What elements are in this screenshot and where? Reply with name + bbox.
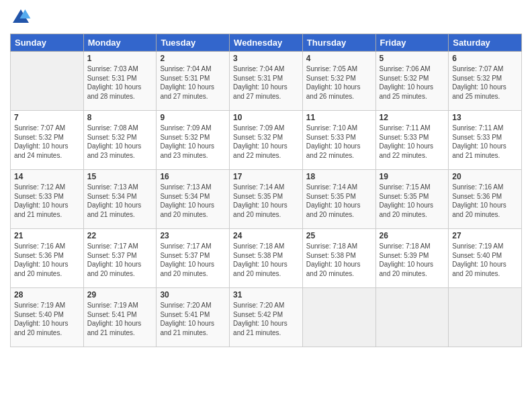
calendar-cell bbox=[11, 52, 84, 111]
calendar-cell: 17Sunrise: 7:14 AMSunset: 5:35 PMDayligh… bbox=[230, 170, 303, 229]
calendar-cell bbox=[449, 288, 522, 347]
cell-content: Sunrise: 7:18 AMSunset: 5:39 PMDaylight:… bbox=[380, 242, 445, 278]
calendar-cell: 22Sunrise: 7:17 AMSunset: 5:37 PMDayligh… bbox=[83, 229, 157, 288]
cell-content: Sunrise: 7:12 AMSunset: 5:33 PMDaylight:… bbox=[14, 183, 80, 219]
cell-content: Sunrise: 7:11 AMSunset: 5:33 PMDaylight:… bbox=[452, 124, 518, 160]
cell-content: Sunrise: 7:19 AMSunset: 5:40 PMDaylight:… bbox=[14, 301, 80, 337]
day-number: 3 bbox=[233, 54, 299, 63]
day-number: 14 bbox=[14, 172, 80, 181]
cell-content: Sunrise: 7:09 AMSunset: 5:32 PMDaylight:… bbox=[160, 124, 226, 160]
day-number: 12 bbox=[380, 113, 445, 122]
day-number: 23 bbox=[160, 231, 226, 240]
day-number: 22 bbox=[87, 231, 153, 240]
calendar-cell: 1Sunrise: 7:03 AMSunset: 5:31 PMDaylight… bbox=[83, 52, 157, 111]
calendar-cell: 23Sunrise: 7:17 AMSunset: 5:37 PMDayligh… bbox=[157, 229, 230, 288]
cell-content: Sunrise: 7:20 AMSunset: 5:41 PMDaylight:… bbox=[160, 301, 226, 337]
calendar-cell: 30Sunrise: 7:20 AMSunset: 5:41 PMDayligh… bbox=[157, 288, 230, 347]
calendar-cell: 25Sunrise: 7:18 AMSunset: 5:38 PMDayligh… bbox=[302, 229, 375, 288]
cell-content: Sunrise: 7:18 AMSunset: 5:38 PMDaylight:… bbox=[306, 242, 372, 278]
cell-content: Sunrise: 7:18 AMSunset: 5:38 PMDaylight:… bbox=[233, 242, 299, 278]
calendar-cell: 11Sunrise: 7:10 AMSunset: 5:33 PMDayligh… bbox=[302, 111, 375, 170]
calendar-cell: 6Sunrise: 7:07 AMSunset: 5:32 PMDaylight… bbox=[449, 52, 522, 111]
cell-content: Sunrise: 7:04 AMSunset: 5:31 PMDaylight:… bbox=[160, 64, 226, 101]
day-header-thursday: Thursday bbox=[302, 34, 375, 52]
calendar-cell: 28Sunrise: 7:19 AMSunset: 5:40 PMDayligh… bbox=[11, 288, 84, 347]
calendar-cell: 31Sunrise: 7:20 AMSunset: 5:42 PMDayligh… bbox=[230, 288, 303, 347]
calendar-cell: 19Sunrise: 7:15 AMSunset: 5:35 PMDayligh… bbox=[375, 170, 449, 229]
calendar-cell: 15Sunrise: 7:13 AMSunset: 5:34 PMDayligh… bbox=[83, 170, 157, 229]
cell-content: Sunrise: 7:19 AMSunset: 5:40 PMDaylight:… bbox=[452, 242, 518, 278]
calendar-cell: 14Sunrise: 7:12 AMSunset: 5:33 PMDayligh… bbox=[11, 170, 84, 229]
cell-content: Sunrise: 7:13 AMSunset: 5:34 PMDaylight:… bbox=[160, 183, 226, 219]
day-number: 11 bbox=[306, 113, 372, 122]
cell-content: Sunrise: 7:16 AMSunset: 5:36 PMDaylight:… bbox=[14, 242, 80, 278]
day-number: 8 bbox=[87, 113, 153, 122]
week-row-4: 21Sunrise: 7:16 AMSunset: 5:36 PMDayligh… bbox=[11, 229, 522, 288]
calendar-body: 1Sunrise: 7:03 AMSunset: 5:31 PMDaylight… bbox=[11, 52, 522, 347]
calendar-cell: 5Sunrise: 7:06 AMSunset: 5:32 PMDaylight… bbox=[375, 52, 449, 111]
calendar-cell bbox=[375, 288, 449, 347]
cell-content: Sunrise: 7:06 AMSunset: 5:32 PMDaylight:… bbox=[380, 64, 445, 101]
cell-content: Sunrise: 7:16 AMSunset: 5:36 PMDaylight:… bbox=[452, 183, 518, 219]
cell-content: Sunrise: 7:08 AMSunset: 5:32 PMDaylight:… bbox=[87, 124, 153, 160]
day-number: 16 bbox=[160, 172, 226, 181]
day-header-monday: Monday bbox=[83, 34, 157, 52]
cell-content: Sunrise: 7:11 AMSunset: 5:33 PMDaylight:… bbox=[380, 124, 445, 160]
day-number: 15 bbox=[87, 172, 153, 181]
day-number: 29 bbox=[87, 290, 153, 300]
day-header-friday: Friday bbox=[375, 34, 449, 52]
cell-content: Sunrise: 7:04 AMSunset: 5:31 PMDaylight:… bbox=[233, 64, 299, 101]
calendar-cell: 16Sunrise: 7:13 AMSunset: 5:34 PMDayligh… bbox=[157, 170, 230, 229]
day-header-tuesday: Tuesday bbox=[157, 34, 230, 52]
cell-content: Sunrise: 7:14 AMSunset: 5:35 PMDaylight:… bbox=[233, 183, 299, 219]
cell-content: Sunrise: 7:07 AMSunset: 5:32 PMDaylight:… bbox=[14, 124, 80, 160]
day-number: 25 bbox=[306, 231, 372, 240]
day-number: 18 bbox=[306, 172, 372, 181]
calendar-cell: 18Sunrise: 7:14 AMSunset: 5:35 PMDayligh… bbox=[302, 170, 375, 229]
calendar-table: SundayMondayTuesdayWednesdayThursdayFrid… bbox=[10, 34, 522, 347]
day-number: 26 bbox=[380, 231, 445, 240]
logo-icon bbox=[10, 7, 32, 28]
day-number: 28 bbox=[14, 290, 80, 300]
page-container: SundayMondayTuesdayWednesdayThursdayFrid… bbox=[0, 0, 532, 354]
cell-content: Sunrise: 7:19 AMSunset: 5:41 PMDaylight:… bbox=[87, 301, 153, 337]
week-row-3: 14Sunrise: 7:12 AMSunset: 5:33 PMDayligh… bbox=[11, 170, 522, 229]
cell-content: Sunrise: 7:07 AMSunset: 5:32 PMDaylight:… bbox=[452, 64, 518, 101]
calendar-cell: 29Sunrise: 7:19 AMSunset: 5:41 PMDayligh… bbox=[83, 288, 157, 347]
calendar-cell: 3Sunrise: 7:04 AMSunset: 5:31 PMDaylight… bbox=[230, 52, 303, 111]
day-number: 6 bbox=[452, 54, 518, 63]
day-number: 27 bbox=[452, 231, 518, 240]
day-number: 24 bbox=[233, 231, 299, 240]
calendar-cell bbox=[302, 288, 375, 347]
day-number: 1 bbox=[87, 54, 153, 63]
day-number: 30 bbox=[160, 290, 226, 300]
calendar-cell: 26Sunrise: 7:18 AMSunset: 5:39 PMDayligh… bbox=[375, 229, 449, 288]
calendar-cell: 7Sunrise: 7:07 AMSunset: 5:32 PMDaylight… bbox=[11, 111, 84, 170]
week-row-1: 1Sunrise: 7:03 AMSunset: 5:31 PMDaylight… bbox=[11, 52, 522, 111]
calendar-cell: 8Sunrise: 7:08 AMSunset: 5:32 PMDaylight… bbox=[83, 111, 157, 170]
cell-content: Sunrise: 7:15 AMSunset: 5:35 PMDaylight:… bbox=[380, 183, 445, 219]
header-row: SundayMondayTuesdayWednesdayThursdayFrid… bbox=[11, 34, 522, 52]
cell-content: Sunrise: 7:20 AMSunset: 5:42 PMDaylight:… bbox=[233, 301, 299, 337]
cell-content: Sunrise: 7:14 AMSunset: 5:35 PMDaylight:… bbox=[306, 183, 372, 219]
day-number: 13 bbox=[452, 113, 518, 122]
calendar-cell: 24Sunrise: 7:18 AMSunset: 5:38 PMDayligh… bbox=[230, 229, 303, 288]
day-header-wednesday: Wednesday bbox=[230, 34, 303, 52]
cell-content: Sunrise: 7:17 AMSunset: 5:37 PMDaylight:… bbox=[160, 242, 226, 278]
day-number: 5 bbox=[380, 54, 445, 63]
calendar-cell: 27Sunrise: 7:19 AMSunset: 5:40 PMDayligh… bbox=[449, 229, 522, 288]
day-number: 17 bbox=[233, 172, 299, 181]
calendar-cell: 9Sunrise: 7:09 AMSunset: 5:32 PMDaylight… bbox=[157, 111, 230, 170]
day-number: 9 bbox=[160, 113, 226, 122]
day-number: 31 bbox=[233, 290, 299, 300]
day-number: 20 bbox=[452, 172, 518, 181]
day-header-sunday: Sunday bbox=[11, 34, 84, 52]
day-number: 19 bbox=[380, 172, 445, 181]
calendar-cell: 21Sunrise: 7:16 AMSunset: 5:36 PMDayligh… bbox=[11, 229, 84, 288]
calendar-cell: 13Sunrise: 7:11 AMSunset: 5:33 PMDayligh… bbox=[449, 111, 522, 170]
week-row-5: 28Sunrise: 7:19 AMSunset: 5:40 PMDayligh… bbox=[11, 288, 522, 347]
calendar-cell: 10Sunrise: 7:09 AMSunset: 5:32 PMDayligh… bbox=[230, 111, 303, 170]
cell-content: Sunrise: 7:13 AMSunset: 5:34 PMDaylight:… bbox=[87, 183, 153, 219]
week-row-2: 7Sunrise: 7:07 AMSunset: 5:32 PMDaylight… bbox=[11, 111, 522, 170]
logo bbox=[10, 7, 34, 28]
